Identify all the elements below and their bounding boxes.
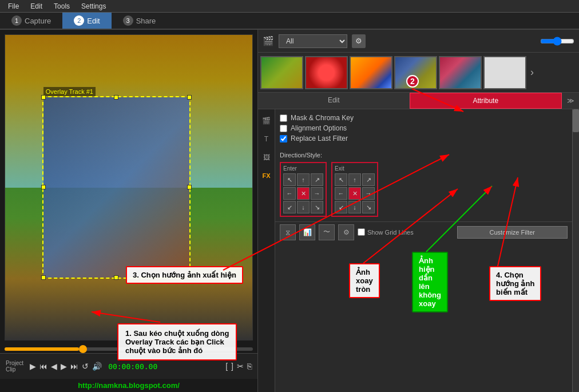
menu-edit[interactable]: Edit: [25, 2, 48, 10]
bar-chart-icon[interactable]: 📊: [299, 224, 315, 240]
mark-in-button[interactable]: [: [225, 362, 228, 371]
timecode-display: 00:00:00.00: [108, 362, 157, 371]
edit-attr-tabs: Edit Attribute ≫: [258, 93, 579, 109]
tab-edit[interactable]: 2 Edit: [62, 13, 111, 29]
enter-n[interactable]: ↑: [297, 173, 310, 186]
handle-top-left[interactable]: [41, 95, 46, 100]
rewind-button[interactable]: ⏮: [39, 362, 47, 371]
timeline-scrubber[interactable]: [5, 347, 253, 351]
mark-out-button[interactable]: ]: [231, 362, 233, 371]
tab-share-label: Share: [136, 17, 156, 25]
copy-button[interactable]: ⎘: [247, 362, 252, 371]
mask-checkbox[interactable]: [280, 114, 287, 122]
overlay-frame[interactable]: Overlay Track #1: [42, 96, 191, 279]
exit-label: Exit: [335, 165, 375, 172]
replace-label: Replace Last Filter: [291, 134, 348, 142]
main-layout: Overlay Track #1: [0, 30, 579, 392]
enter-box: Enter ↖ ↑ ↗ ← ✕ → ↙ ↓ ↘: [280, 162, 327, 217]
enter-e[interactable]: →: [311, 187, 323, 200]
enter-s[interactable]: ↓: [297, 201, 310, 213]
fx-volume-slider[interactable]: [540, 37, 574, 46]
cut-button[interactable]: ✂: [237, 362, 244, 371]
tab-fx-edit[interactable]: Edit: [258, 93, 410, 109]
menu-file[interactable]: File: [2, 2, 25, 10]
fast-forward-button[interactable]: ⏭: [70, 362, 78, 371]
fx-video-icon[interactable]: 🎬: [260, 114, 273, 128]
keyframe-icon[interactable]: ⧖: [280, 224, 296, 240]
scrollbar-thumb[interactable]: [573, 109, 579, 132]
fx-settings-button[interactable]: ⚙: [352, 34, 366, 48]
exit-se[interactable]: ↘: [362, 201, 375, 213]
exit-s[interactable]: ↓: [348, 201, 361, 213]
thumbnails-row: ›: [258, 53, 579, 93]
thumb-5[interactable]: [439, 56, 482, 89]
exit-nw[interactable]: ↖: [335, 173, 347, 186]
thumb-4[interactable]: [394, 56, 437, 89]
fx-text-icon[interactable]: T: [260, 132, 273, 146]
alignment-checkbox[interactable]: [280, 125, 287, 132]
exit-e[interactable]: →: [362, 187, 375, 200]
volume-button[interactable]: 🔊: [92, 362, 102, 371]
thumb-1[interactable]: [260, 56, 303, 89]
exit-center[interactable]: ✕: [348, 187, 361, 200]
exit-sw[interactable]: ↙: [335, 201, 347, 213]
enter-nw[interactable]: ↖: [283, 173, 296, 186]
tab-share[interactable]: 3 Share: [112, 13, 168, 29]
thumb-2[interactable]: [305, 56, 348, 89]
handle-top-mid[interactable]: [114, 95, 118, 100]
thumb-6[interactable]: [483, 56, 526, 89]
handle-left-mid[interactable]: [41, 185, 46, 189]
tab-capture-label: Capture: [25, 17, 51, 25]
exit-w[interactable]: ←: [335, 187, 347, 200]
expand-button[interactable]: ≫: [562, 93, 579, 109]
play-button[interactable]: ▶: [30, 362, 36, 371]
handle-top-right[interactable]: [187, 95, 192, 100]
next-frame-button[interactable]: ▶: [61, 362, 67, 371]
menu-settings[interactable]: Settings: [76, 2, 112, 10]
fx-header: 🎬 All ⚙: [258, 30, 579, 53]
fx-photo-icon[interactable]: 🖼: [260, 151, 273, 164]
tab-capture[interactable]: 1 Capture: [0, 13, 62, 29]
alignment-label: Alignment Options: [291, 124, 347, 132]
thumb-3[interactable]: [350, 56, 392, 89]
scroll-right-arrow[interactable]: ›: [528, 64, 536, 81]
wave-icon[interactable]: 〜: [319, 224, 335, 240]
settings-icon[interactable]: ⚙: [338, 224, 354, 240]
enter-se[interactable]: ↘: [311, 201, 323, 213]
enter-sw[interactable]: ↙: [283, 201, 296, 213]
tab-num-3: 3: [123, 15, 133, 26]
tab-bar: 1 Capture 2 Edit 3 Share: [0, 13, 579, 30]
progress-fill: [5, 347, 79, 351]
tab-fx-attribute[interactable]: Attribute: [410, 93, 562, 109]
exit-n[interactable]: ↑: [348, 173, 361, 186]
handle-right-mid[interactable]: [187, 185, 192, 189]
enter-grid: ↖ ↑ ↗ ← ✕ → ↙ ↓ ↘: [283, 173, 323, 213]
handle-bottom-right[interactable]: [187, 275, 192, 280]
fx-dropdown[interactable]: All: [279, 34, 347, 48]
show-grid-checkbox[interactable]: [358, 228, 365, 236]
direction-boxes: Enter ↖ ↑ ↗ ← ✕ → ↙ ↓ ↘: [280, 162, 568, 217]
overlay-inner: [43, 97, 189, 278]
menu-tools[interactable]: Tools: [48, 2, 76, 10]
enter-center[interactable]: ✕: [297, 187, 310, 200]
exit-box: Exit ↖ ↑ ↗ ← ✕ → ↙ ↓ ↘: [331, 162, 378, 217]
project-label: Project: [6, 360, 23, 366]
customize-filter-button[interactable]: Customize Filter: [457, 226, 568, 239]
exit-ne[interactable]: ↗: [362, 173, 375, 186]
fx-fx-icon[interactable]: FX: [260, 169, 273, 183]
enter-ne[interactable]: ↗: [311, 173, 323, 186]
loop-button[interactable]: ↺: [82, 362, 89, 371]
clip-label: Clip: [6, 366, 23, 373]
show-grid-lines: Show Grid Lines: [358, 228, 414, 236]
handle-bottom-left[interactable]: [41, 275, 46, 280]
scrubber-thumb[interactable]: [79, 345, 87, 353]
edit-area: 🎬 T 🖼 FX Mask & Chroma Key Alignment Opt…: [258, 109, 579, 392]
replace-checkbox[interactable]: [280, 135, 287, 142]
handle-bottom-mid[interactable]: [114, 275, 118, 280]
prev-frame-button[interactable]: ◀: [51, 362, 57, 371]
project-clip-labels: Project Clip: [6, 360, 23, 373]
enter-w[interactable]: ←: [283, 187, 296, 200]
right-scrollbar[interactable]: [572, 109, 579, 392]
tab-num-1: 1: [11, 15, 22, 26]
film-icon: 🎬: [263, 35, 274, 46]
